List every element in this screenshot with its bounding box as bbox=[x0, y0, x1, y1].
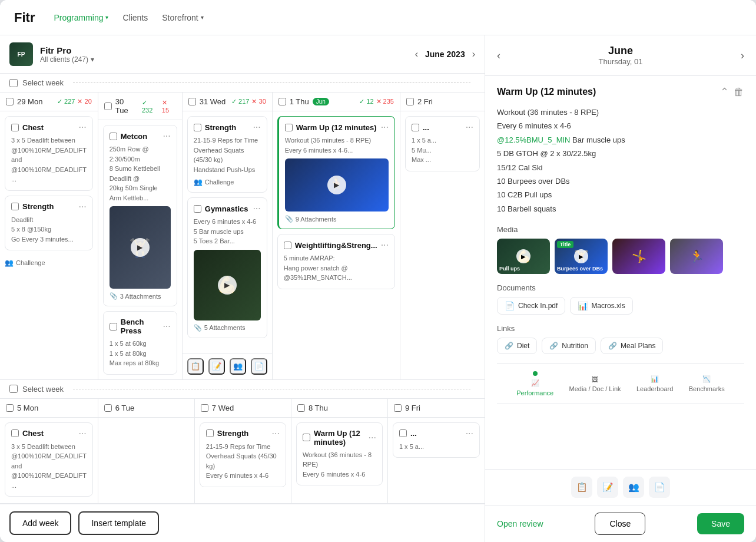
card-checkbox[interactable] bbox=[303, 434, 310, 441]
app-container: Fitr Programming ▾ Clients Storefront ▾ … bbox=[0, 0, 756, 542]
more-options-icon[interactable]: ··· bbox=[253, 204, 260, 213]
right-footer-icon-4[interactable]: 📄 bbox=[649, 477, 670, 498]
play-button[interactable]: ▶ bbox=[327, 176, 346, 194]
card-checkbox[interactable] bbox=[11, 203, 19, 210]
media-caption-2: Burpees over DBs bbox=[557, 266, 603, 272]
challenge-tag[interactable]: 👥 Challenge bbox=[194, 178, 261, 186]
link-chip-nutrition[interactable]: 🔗 Nutrition bbox=[542, 338, 596, 354]
day-name-tue30: 30 Tue bbox=[115, 97, 138, 115]
nav-item-programming[interactable]: Programming ▾ bbox=[54, 13, 108, 22]
play-button[interactable]: ▶ bbox=[131, 238, 150, 257]
more-options-icon[interactable]: ··· bbox=[163, 131, 170, 141]
right-footer-icon-1[interactable]: 📋 bbox=[571, 477, 592, 498]
more-options-icon[interactable]: ··· bbox=[78, 202, 86, 211]
close-button[interactable]: Close bbox=[595, 513, 645, 535]
prev-month-button[interactable]: ‹ bbox=[415, 49, 418, 60]
day-checkbox-tue30[interactable] bbox=[104, 103, 112, 110]
tab-leaderboard[interactable]: 📊 Leaderboard bbox=[636, 375, 673, 392]
day-checkbox-wed31[interactable] bbox=[188, 98, 196, 105]
more-options-icon[interactable]: ··· bbox=[466, 123, 473, 132]
tab-benchmarks[interactable]: 📉 Benchmarks bbox=[689, 375, 725, 392]
day-col-mon29: 29 Mon ✓ 227 ✕ 20 Chest · bbox=[0, 92, 98, 379]
link-chip-diet[interactable]: 🔗 Diet bbox=[497, 338, 537, 354]
media-thumb-2[interactable]: 🏋️ Title ▶ Burpees over DBs bbox=[555, 239, 608, 274]
workout-card-fri9a[interactable]: ... ··· 1 x 5 a... bbox=[393, 422, 480, 458]
profile-sub[interactable]: All clients (247) ▾ bbox=[40, 55, 408, 64]
card-checkbox[interactable] bbox=[285, 124, 293, 131]
card-checkbox[interactable] bbox=[284, 242, 291, 249]
chevron-down-icon: ▾ bbox=[201, 14, 204, 21]
play-button[interactable]: ▶ bbox=[218, 276, 237, 295]
right-footer-icon-2[interactable]: 📝 bbox=[597, 477, 618, 498]
select-week-checkbox-2[interactable] bbox=[9, 385, 18, 393]
day-checkbox-wed7[interactable] bbox=[201, 404, 208, 412]
day-checkbox-thu8[interactable] bbox=[297, 404, 305, 412]
collapse-button[interactable]: ⌃ bbox=[720, 85, 729, 98]
media-play-2[interactable]: ▶ bbox=[574, 249, 588, 263]
link-chip-mealplans[interactable]: 🔗 Meal Plans bbox=[601, 338, 663, 354]
more-options-icon[interactable]: ··· bbox=[466, 429, 473, 438]
insert-template-button[interactable]: Insert template bbox=[78, 511, 159, 535]
detail-line3-rest: Bar muscle ups bbox=[572, 136, 625, 144]
next-month-button[interactable]: › bbox=[472, 49, 475, 60]
footer-icon-4[interactable]: 📄 bbox=[251, 358, 267, 375]
workout-card-benchpress[interactable]: Bench Press ··· 1 x 5 at 60kg1 x 5 at 80… bbox=[103, 311, 177, 375]
day-checkbox-fri2[interactable] bbox=[406, 98, 414, 105]
tab-media-doc-link[interactable]: 🖼 Media / Doc / Link bbox=[569, 376, 621, 392]
more-options-icon[interactable]: ··· bbox=[253, 123, 260, 132]
day-checkbox-mon5[interactable] bbox=[6, 404, 14, 412]
doc-chip-macros[interactable]: 📊 Macros.xls bbox=[570, 297, 632, 315]
card-checkbox[interactable] bbox=[11, 429, 19, 437]
media-thumb-1[interactable]: 💪 ▶ Pull ups bbox=[497, 239, 550, 274]
media-thumb-4[interactable]: 🏃 bbox=[670, 239, 723, 274]
select-week-checkbox-1[interactable] bbox=[9, 79, 18, 87]
day-checkbox-fri9[interactable] bbox=[394, 404, 402, 412]
more-options-icon[interactable]: ··· bbox=[78, 429, 86, 438]
doc-chip-checkin[interactable]: 📄 Check In.pdf bbox=[497, 297, 565, 315]
card-checkbox[interactable] bbox=[412, 124, 419, 131]
workout-card-strength2[interactable]: Strength ··· 21-15-9 Reps for TimeOverhe… bbox=[187, 116, 267, 193]
workout-card-warmup2[interactable]: Warm Up (12 minutes) ··· Workout (36 min… bbox=[296, 422, 383, 486]
card-checkbox[interactable] bbox=[11, 124, 19, 131]
workout-card-weightlifting[interactable]: Weightlifting&Streng... ··· 5 minute AMR… bbox=[277, 234, 395, 289]
workout-card-fri2a[interactable]: ... ··· 1 x 5 a...5 Mu...Max ... bbox=[405, 116, 480, 171]
card-checkbox[interactable] bbox=[194, 124, 201, 131]
workout-card-chest1[interactable]: Chest ··· 3 x 5 Deadlift between@100%10R… bbox=[5, 116, 93, 191]
day-checkbox-tue6[interactable] bbox=[104, 404, 112, 412]
workout-card-strength3[interactable]: Strength ··· 21-15-9 Reps for TimeOverhe… bbox=[200, 422, 286, 487]
card-checkbox[interactable] bbox=[110, 323, 117, 331]
footer-icon-3[interactable]: 👥 bbox=[230, 358, 246, 375]
card-checkbox[interactable] bbox=[194, 205, 201, 213]
right-footer-icon-3[interactable]: 👥 bbox=[623, 477, 644, 498]
workout-card-metcon1[interactable]: Metcon ··· 250m Row @ 2:30/500m8 Sumo Ke… bbox=[103, 125, 177, 306]
workout-image-2: 💪 ▶ bbox=[194, 250, 261, 320]
nav-item-clients[interactable]: Clients bbox=[122, 13, 148, 22]
next-day-button[interactable]: › bbox=[741, 49, 744, 62]
more-options-icon[interactable]: ··· bbox=[163, 322, 170, 331]
footer-icon-1[interactable]: 📋 bbox=[187, 358, 204, 375]
save-button[interactable]: Save bbox=[697, 513, 744, 534]
delete-button[interactable]: 🗑 bbox=[734, 85, 744, 98]
more-options-icon[interactable]: ··· bbox=[272, 429, 280, 438]
open-review-button[interactable]: Open review bbox=[497, 519, 543, 528]
workout-card-warmup1[interactable]: Warm Up (12 minutes) ··· Workout (36 min… bbox=[277, 116, 395, 229]
more-options-icon[interactable]: ··· bbox=[78, 123, 86, 132]
footer-icon-2[interactable]: 📝 bbox=[208, 358, 225, 375]
workout-card-gymnastics[interactable]: Gymnastics ··· Every 6 minutes x 4-65 Ba… bbox=[187, 197, 267, 338]
more-options-icon[interactable]: ··· bbox=[381, 123, 389, 132]
workout-card-strength1[interactable]: Strength ··· Deadlift5 x 8 @150kgGo Ever… bbox=[5, 196, 93, 251]
tab-performance[interactable]: 📈 Performance bbox=[516, 371, 553, 396]
add-week-button[interactable]: Add week bbox=[9, 511, 71, 535]
workout-card-chest2[interactable]: Chest ··· 3 x 5 Deadlift between@100%10R… bbox=[5, 422, 93, 497]
day-checkbox-thu1[interactable] bbox=[278, 98, 286, 105]
card-checkbox[interactable] bbox=[399, 429, 407, 437]
day-checkbox-mon29[interactable] bbox=[6, 98, 14, 105]
challenge-tag[interactable]: 👥 Challenge bbox=[5, 259, 93, 267]
nav-item-storefront[interactable]: Storefront ▾ bbox=[162, 13, 203, 22]
more-options-icon[interactable]: ··· bbox=[381, 240, 389, 250]
card-checkbox[interactable] bbox=[206, 429, 214, 437]
media-play-1[interactable]: ▶ bbox=[516, 249, 530, 263]
more-options-icon[interactable]: ··· bbox=[369, 433, 376, 442]
card-checkbox[interactable] bbox=[110, 133, 117, 140]
media-thumb-3[interactable]: 🤸 bbox=[612, 239, 665, 274]
